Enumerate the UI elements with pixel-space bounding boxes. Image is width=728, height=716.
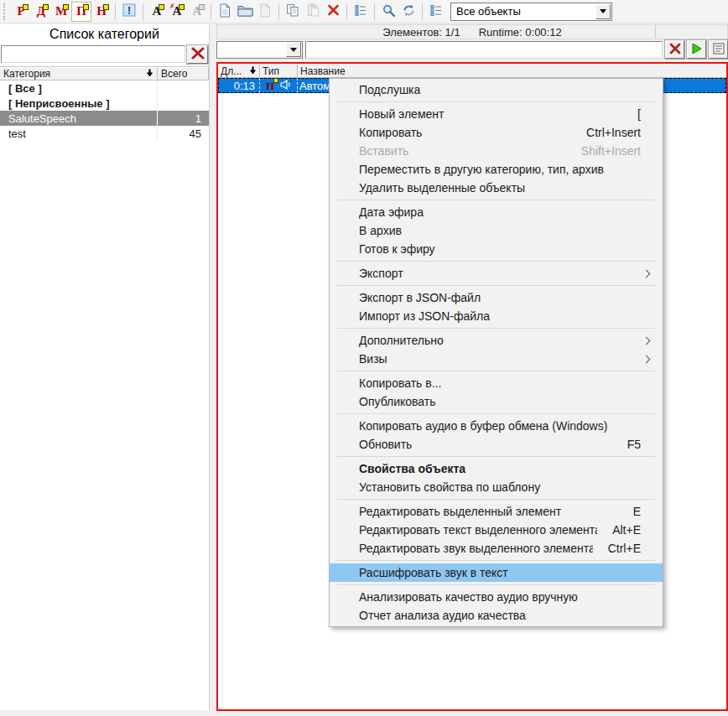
category-name: [ Все ] (0, 80, 158, 96)
copy-button[interactable] (283, 2, 303, 22)
element-type-cell: П (260, 78, 298, 93)
category-p-button[interactable]: П (71, 2, 91, 22)
menu-item[interactable]: Установить свойства по шаблону (330, 478, 663, 496)
exclamation-icon: ! (122, 3, 137, 20)
toolbar-separator (278, 3, 279, 20)
category-d-button[interactable]: Д (31, 2, 51, 22)
category-search-input[interactable] (1, 45, 185, 63)
details-view-button[interactable] (351, 2, 371, 22)
category-row[interactable]: SaluteSpeech1 (0, 111, 209, 126)
menu-item[interactable]: Переместить в другую категорию, тип, арх… (330, 160, 663, 179)
text-view-button[interactable] (709, 40, 728, 59)
play-button[interactable] (687, 40, 706, 59)
clear-category-filter-button[interactable] (187, 45, 208, 64)
menu-item-shortcut: F5 (627, 438, 653, 451)
column-label: Дл... (221, 65, 247, 77)
category-row[interactable]: test45 (0, 126, 209, 141)
submenu-arrow-icon (642, 355, 651, 363)
menu-item-shortcut: Ctrl+E (608, 542, 653, 555)
search-button[interactable] (378, 2, 398, 22)
page-grey-icon (258, 3, 272, 20)
category-row[interactable]: [ Все ] (0, 80, 209, 96)
menu-item[interactable]: Дополнительно (330, 331, 663, 350)
column-label: Название (300, 65, 724, 77)
category-row[interactable]: [ Неприсвоенные ] (0, 96, 209, 111)
menu-item[interactable]: Опубликовать (330, 392, 663, 411)
edit-object-button[interactable]: А✗ (167, 2, 187, 22)
menu-item[interactable]: Копировать аудио в буфер обмена (Windows… (330, 417, 663, 435)
toolbar-separator (346, 3, 347, 20)
menu-item-label: Копировать (359, 126, 571, 139)
menu-item-label: Дополнительно (359, 334, 643, 347)
menu-item-shortcut: Ctrl+Insert (586, 126, 653, 139)
menu-item[interactable]: Экспорт (330, 264, 663, 283)
column-label: Тип (263, 65, 294, 77)
menu-item[interactable]: КопироватьCtrl+Insert (330, 123, 663, 142)
category-search-row (0, 44, 209, 64)
magnifier-icon (382, 3, 396, 20)
menu-item[interactable]: Удалить выделенные объекты (330, 179, 663, 197)
speaker-icon (280, 80, 291, 92)
open-folder-button[interactable] (235, 2, 255, 22)
runtime-value: Runtime: 0:00:12 (479, 26, 562, 39)
document-button[interactable] (255, 2, 275, 22)
elements-column-header[interactable]: Тип (260, 64, 298, 78)
menu-item[interactable]: Готов к эфиру (330, 240, 663, 258)
chevron-down-icon[interactable] (595, 4, 611, 19)
category-r-button[interactable]: Р (11, 2, 31, 22)
details-view-button-2[interactable] (426, 2, 446, 22)
category-panel: Список категорий КатегорияВсего [ Все ][… (0, 24, 210, 710)
menu-item[interactable]: ОбновитьF5 (330, 435, 663, 454)
menu-item[interactable]: Визы (330, 350, 663, 368)
category-column-header[interactable]: Категория (0, 67, 158, 80)
menu-item-label: Опубликовать (359, 395, 653, 408)
elements-count: Элементов: 1/1 (382, 26, 460, 39)
category-column-header[interactable]: Всего (158, 67, 209, 80)
menu-item[interactable]: Отчет анализа аудио качества (330, 606, 663, 625)
menu-item[interactable]: Свойства объекта (330, 459, 663, 478)
object-disabled-button[interactable]: А (187, 2, 207, 22)
refresh-button[interactable] (398, 2, 419, 22)
menu-item[interactable]: Новый элемент[ (330, 105, 663, 123)
new-document-button[interactable] (215, 2, 235, 22)
object-filter-combo[interactable]: Все объекты (450, 3, 612, 21)
category-n-button[interactable]: Н (91, 2, 112, 22)
menu-item[interactable]: Редактировать выделенный элементE (330, 502, 663, 521)
menu-item-label: Обновить (359, 438, 612, 451)
category-m-button[interactable]: М (51, 2, 71, 22)
menu-item[interactable]: Экспорт в JSON-файл (330, 288, 663, 307)
menu-item[interactable]: Импорт из JSON-файла (330, 307, 663, 325)
menu-separator (337, 499, 655, 500)
menu-item[interactable]: Расшифровать звук в текст (330, 563, 663, 582)
yellow-badge-icon (103, 4, 109, 10)
paste-button[interactable] (303, 2, 323, 22)
toolbar-grip[interactable] (3, 3, 8, 20)
clear-element-filter-button[interactable] (665, 40, 684, 59)
yellow-badge-icon (43, 4, 49, 10)
delete-button[interactable] (323, 2, 343, 22)
element-filter-combo[interactable] (216, 41, 303, 59)
menu-item[interactable]: В архив (330, 221, 663, 240)
paste-icon (306, 3, 320, 19)
play-icon (691, 43, 703, 57)
elements-column-header[interactable]: Дл... (218, 64, 260, 78)
yellow-badge-icon (23, 4, 29, 10)
add-object-button[interactable]: А (147, 2, 167, 22)
menu-item-label: Редактировать выделенный элемент (359, 505, 618, 518)
menu-item[interactable]: Копировать в... (330, 374, 663, 392)
category-total (158, 80, 209, 96)
menu-item[interactable]: Анализировать качество аудио вручную (330, 588, 663, 606)
menu-item-label: Новый элемент (359, 107, 622, 121)
menu-separator (337, 101, 655, 102)
menu-item-label: Расшифровать звук в текст (359, 566, 653, 579)
menu-item[interactable]: Подслушка (330, 80, 663, 99)
chevron-down-icon[interactable] (286, 42, 301, 57)
menu-item[interactable]: Дата эфира (330, 203, 663, 221)
menu-item[interactable]: Редактировать текст выделенного элемента… (330, 521, 663, 539)
elements-column-header[interactable]: Название (298, 64, 726, 78)
info-button[interactable]: ! (119, 2, 139, 22)
element-search-input[interactable] (305, 41, 663, 59)
menu-separator (337, 560, 655, 561)
menu-separator (337, 371, 655, 371)
menu-item[interactable]: Редактировать звук выделенного элементаC… (330, 539, 663, 558)
